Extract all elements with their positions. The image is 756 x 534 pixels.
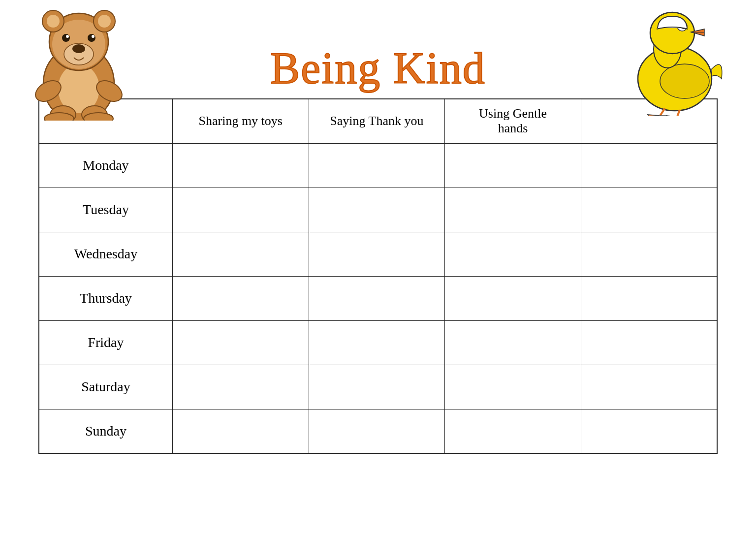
header-section: Being Kind	[0, 0, 756, 98]
extra-cell	[581, 320, 717, 365]
table-row: Tuesday	[39, 188, 717, 232]
gentle-cell	[445, 232, 581, 276]
gentle-cell	[445, 409, 581, 453]
extra-cell	[581, 276, 717, 320]
thankyou-cell	[309, 409, 445, 453]
table-row: Wednesday	[39, 232, 717, 276]
day-cell: Sunday	[39, 409, 172, 453]
page: Being Kind	[0, 0, 756, 534]
thankyou-cell	[309, 320, 445, 365]
day-cell: Wednesday	[39, 232, 172, 276]
table-row: Friday	[39, 320, 717, 365]
svg-point-9	[72, 44, 85, 53]
days-body: MondayTuesdayWednesdayThursdayFridaySatu…	[39, 143, 717, 453]
table-row: Thursday	[39, 276, 717, 320]
table-row: Monday	[39, 143, 717, 188]
extra-cell	[581, 232, 717, 276]
sharing-cell	[172, 365, 309, 409]
extra-cell	[581, 409, 717, 453]
svg-point-11	[88, 34, 95, 42]
table-row: Sunday	[39, 409, 717, 453]
header-gentle-hands: Using Gentlehands	[445, 99, 581, 143]
thankyou-cell	[309, 276, 445, 320]
extra-cell	[581, 188, 717, 232]
thankyou-cell	[309, 232, 445, 276]
day-cell: Thursday	[39, 276, 172, 320]
extra-cell	[581, 143, 717, 188]
gentle-cell	[445, 276, 581, 320]
header-thank-you: Saying Thank you	[309, 99, 445, 143]
bear-illustration	[30, 7, 128, 121]
gentle-cell	[445, 365, 581, 409]
gentle-cell	[445, 320, 581, 365]
page-title: Being Kind	[270, 43, 485, 94]
sharing-cell	[172, 188, 309, 232]
header-row: Sharing my toys Saying Thank you Using G…	[39, 99, 717, 143]
svg-point-21	[660, 64, 709, 98]
header-sharing: Sharing my toys	[172, 99, 309, 143]
thankyou-cell	[309, 188, 445, 232]
thankyou-cell	[309, 365, 445, 409]
svg-point-19	[84, 113, 113, 121]
table-container: Sharing my toys Saying Thank you Using G…	[38, 98, 718, 454]
sharing-cell	[172, 320, 309, 365]
svg-point-10	[62, 34, 70, 42]
svg-point-7	[98, 15, 111, 28]
day-cell: Saturday	[39, 365, 172, 409]
thankyou-cell	[309, 143, 445, 188]
sharing-cell	[172, 409, 309, 453]
duck-illustration	[628, 7, 726, 116]
sharing-cell	[172, 143, 309, 188]
svg-point-18	[44, 113, 74, 121]
sharing-cell	[172, 232, 309, 276]
extra-cell	[581, 365, 717, 409]
day-cell: Monday	[39, 143, 172, 188]
svg-point-12	[66, 35, 69, 38]
svg-point-13	[92, 35, 94, 38]
day-cell: Friday	[39, 320, 172, 365]
gentle-cell	[445, 143, 581, 188]
day-cell: Tuesday	[39, 188, 172, 232]
sharing-cell	[172, 276, 309, 320]
gentle-cell	[445, 188, 581, 232]
svg-point-5	[47, 15, 60, 28]
behavior-chart: Sharing my toys Saying Thank you Using G…	[38, 98, 718, 454]
table-row: Saturday	[39, 365, 717, 409]
